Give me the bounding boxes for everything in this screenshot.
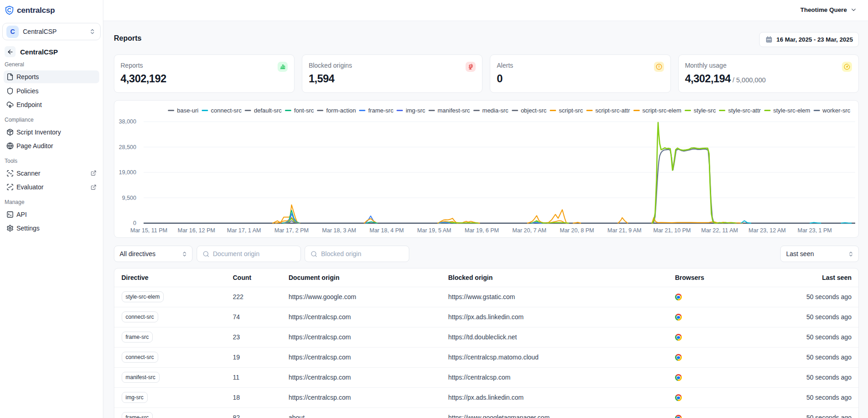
svg-text:Mar 21, 9 AM: Mar 21, 9 AM: [607, 227, 641, 234]
svg-text:Mar 19, 6 PM: Mar 19, 6 PM: [464, 227, 498, 234]
svg-text:Mar 21, 10 PM: Mar 21, 10 PM: [653, 227, 691, 234]
svg-text:Mar 23, 1 PM: Mar 23, 1 PM: [797, 227, 831, 234]
svg-text:Mar 19, 5 AM: Mar 19, 5 AM: [417, 227, 451, 234]
svg-text:Mar 20, 7 AM: Mar 20, 7 AM: [512, 227, 546, 234]
svg-text:9,500: 9,500: [122, 195, 136, 201]
svg-text:Mar 20, 8 PM: Mar 20, 8 PM: [559, 227, 594, 234]
svg-text:38,000: 38,000: [118, 118, 136, 125]
svg-text:28,500: 28,500: [118, 144, 136, 150]
svg-text:Mar 17, 2 PM: Mar 17, 2 PM: [274, 227, 308, 234]
svg-text:Mar 22, 11 AM: Mar 22, 11 AM: [701, 227, 738, 234]
svg-text:19,000: 19,000: [118, 169, 136, 176]
svg-text:Mar 16, 12 PM: Mar 16, 12 PM: [177, 227, 215, 234]
svg-text:Mar 23, 12 AM: Mar 23, 12 AM: [748, 227, 785, 234]
svg-text:Mar 17, 1 AM: Mar 17, 1 AM: [227, 227, 261, 234]
svg-text:Mar 18, 3 AM: Mar 18, 3 AM: [322, 227, 356, 234]
svg-text:0: 0: [133, 220, 136, 226]
svg-text:Mar 18, 4 PM: Mar 18, 4 PM: [369, 227, 403, 234]
svg-text:Mar 15, 11 PM: Mar 15, 11 PM: [130, 227, 167, 234]
